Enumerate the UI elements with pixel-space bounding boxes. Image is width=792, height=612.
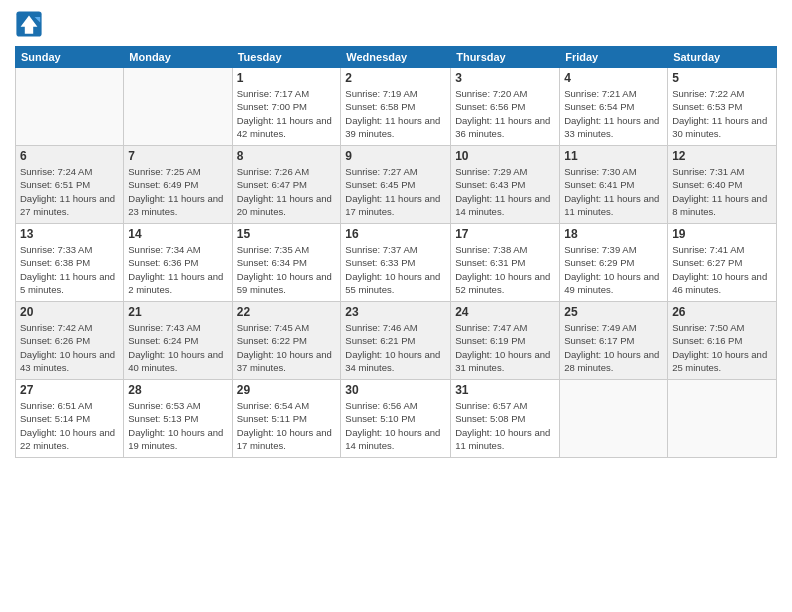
week-row-4: 20Sunrise: 7:42 AM Sunset: 6:26 PM Dayli… [16,302,777,380]
day-info: Sunrise: 7:50 AM Sunset: 6:16 PM Dayligh… [672,321,772,374]
day-info: Sunrise: 7:17 AM Sunset: 7:00 PM Dayligh… [237,87,337,140]
calendar-cell: 2Sunrise: 7:19 AM Sunset: 6:58 PM Daylig… [341,68,451,146]
calendar-cell: 28Sunrise: 6:53 AM Sunset: 5:13 PM Dayli… [124,380,232,458]
day-info: Sunrise: 6:51 AM Sunset: 5:14 PM Dayligh… [20,399,119,452]
calendar-cell: 27Sunrise: 6:51 AM Sunset: 5:14 PM Dayli… [16,380,124,458]
day-number: 11 [564,149,663,163]
calendar-cell: 19Sunrise: 7:41 AM Sunset: 6:27 PM Dayli… [668,224,777,302]
day-number: 20 [20,305,119,319]
calendar-cell: 5Sunrise: 7:22 AM Sunset: 6:53 PM Daylig… [668,68,777,146]
day-info: Sunrise: 7:38 AM Sunset: 6:31 PM Dayligh… [455,243,555,296]
day-number: 7 [128,149,227,163]
col-header-saturday: Saturday [668,47,777,68]
day-info: Sunrise: 7:46 AM Sunset: 6:21 PM Dayligh… [345,321,446,374]
day-info: Sunrise: 6:54 AM Sunset: 5:11 PM Dayligh… [237,399,337,452]
calendar-cell: 21Sunrise: 7:43 AM Sunset: 6:24 PM Dayli… [124,302,232,380]
calendar: SundayMondayTuesdayWednesdayThursdayFrid… [15,46,777,458]
week-row-3: 13Sunrise: 7:33 AM Sunset: 6:38 PM Dayli… [16,224,777,302]
calendar-cell: 7Sunrise: 7:25 AM Sunset: 6:49 PM Daylig… [124,146,232,224]
day-number: 27 [20,383,119,397]
calendar-cell: 8Sunrise: 7:26 AM Sunset: 6:47 PM Daylig… [232,146,341,224]
day-info: Sunrise: 7:30 AM Sunset: 6:41 PM Dayligh… [564,165,663,218]
day-number: 1 [237,71,337,85]
day-number: 25 [564,305,663,319]
day-info: Sunrise: 7:45 AM Sunset: 6:22 PM Dayligh… [237,321,337,374]
day-number: 28 [128,383,227,397]
day-info: Sunrise: 7:34 AM Sunset: 6:36 PM Dayligh… [128,243,227,296]
day-number: 30 [345,383,446,397]
day-info: Sunrise: 7:43 AM Sunset: 6:24 PM Dayligh… [128,321,227,374]
day-number: 3 [455,71,555,85]
day-number: 15 [237,227,337,241]
calendar-cell: 18Sunrise: 7:39 AM Sunset: 6:29 PM Dayli… [560,224,668,302]
day-number: 5 [672,71,772,85]
day-info: Sunrise: 7:41 AM Sunset: 6:27 PM Dayligh… [672,243,772,296]
day-number: 10 [455,149,555,163]
day-number: 13 [20,227,119,241]
week-row-5: 27Sunrise: 6:51 AM Sunset: 5:14 PM Dayli… [16,380,777,458]
day-info: Sunrise: 6:53 AM Sunset: 5:13 PM Dayligh… [128,399,227,452]
calendar-cell: 20Sunrise: 7:42 AM Sunset: 6:26 PM Dayli… [16,302,124,380]
col-header-tuesday: Tuesday [232,47,341,68]
day-info: Sunrise: 6:57 AM Sunset: 5:08 PM Dayligh… [455,399,555,452]
day-number: 26 [672,305,772,319]
day-info: Sunrise: 7:29 AM Sunset: 6:43 PM Dayligh… [455,165,555,218]
col-header-sunday: Sunday [16,47,124,68]
page-container: SundayMondayTuesdayWednesdayThursdayFrid… [0,0,792,468]
calendar-cell: 12Sunrise: 7:31 AM Sunset: 6:40 PM Dayli… [668,146,777,224]
day-number: 21 [128,305,227,319]
day-number: 23 [345,305,446,319]
day-info: Sunrise: 7:20 AM Sunset: 6:56 PM Dayligh… [455,87,555,140]
day-info: Sunrise: 7:22 AM Sunset: 6:53 PM Dayligh… [672,87,772,140]
calendar-cell: 14Sunrise: 7:34 AM Sunset: 6:36 PM Dayli… [124,224,232,302]
day-info: Sunrise: 7:19 AM Sunset: 6:58 PM Dayligh… [345,87,446,140]
day-number: 17 [455,227,555,241]
day-number: 9 [345,149,446,163]
col-header-thursday: Thursday [451,47,560,68]
calendar-cell [16,68,124,146]
logo [15,10,45,38]
day-number: 19 [672,227,772,241]
calendar-cell: 31Sunrise: 6:57 AM Sunset: 5:08 PM Dayli… [451,380,560,458]
day-number: 12 [672,149,772,163]
day-info: Sunrise: 7:35 AM Sunset: 6:34 PM Dayligh… [237,243,337,296]
calendar-cell: 6Sunrise: 7:24 AM Sunset: 6:51 PM Daylig… [16,146,124,224]
week-row-2: 6Sunrise: 7:24 AM Sunset: 6:51 PM Daylig… [16,146,777,224]
calendar-cell: 3Sunrise: 7:20 AM Sunset: 6:56 PM Daylig… [451,68,560,146]
day-info: Sunrise: 7:26 AM Sunset: 6:47 PM Dayligh… [237,165,337,218]
day-info: Sunrise: 7:37 AM Sunset: 6:33 PM Dayligh… [345,243,446,296]
calendar-cell: 22Sunrise: 7:45 AM Sunset: 6:22 PM Dayli… [232,302,341,380]
calendar-cell: 23Sunrise: 7:46 AM Sunset: 6:21 PM Dayli… [341,302,451,380]
day-number: 16 [345,227,446,241]
day-number: 2 [345,71,446,85]
day-info: Sunrise: 7:31 AM Sunset: 6:40 PM Dayligh… [672,165,772,218]
calendar-cell: 9Sunrise: 7:27 AM Sunset: 6:45 PM Daylig… [341,146,451,224]
calendar-cell: 25Sunrise: 7:49 AM Sunset: 6:17 PM Dayli… [560,302,668,380]
week-row-1: 1Sunrise: 7:17 AM Sunset: 7:00 PM Daylig… [16,68,777,146]
calendar-cell: 26Sunrise: 7:50 AM Sunset: 6:16 PM Dayli… [668,302,777,380]
day-number: 14 [128,227,227,241]
day-number: 22 [237,305,337,319]
calendar-cell: 10Sunrise: 7:29 AM Sunset: 6:43 PM Dayli… [451,146,560,224]
calendar-cell: 15Sunrise: 7:35 AM Sunset: 6:34 PM Dayli… [232,224,341,302]
col-header-wednesday: Wednesday [341,47,451,68]
day-number: 8 [237,149,337,163]
calendar-cell: 29Sunrise: 6:54 AM Sunset: 5:11 PM Dayli… [232,380,341,458]
calendar-cell: 16Sunrise: 7:37 AM Sunset: 6:33 PM Dayli… [341,224,451,302]
calendar-cell: 13Sunrise: 7:33 AM Sunset: 6:38 PM Dayli… [16,224,124,302]
header [15,10,777,38]
calendar-cell [124,68,232,146]
calendar-header-row: SundayMondayTuesdayWednesdayThursdayFrid… [16,47,777,68]
day-info: Sunrise: 7:27 AM Sunset: 6:45 PM Dayligh… [345,165,446,218]
day-number: 18 [564,227,663,241]
day-info: Sunrise: 7:33 AM Sunset: 6:38 PM Dayligh… [20,243,119,296]
col-header-monday: Monday [124,47,232,68]
day-info: Sunrise: 7:39 AM Sunset: 6:29 PM Dayligh… [564,243,663,296]
day-info: Sunrise: 7:42 AM Sunset: 6:26 PM Dayligh… [20,321,119,374]
logo-icon [15,10,43,38]
calendar-cell: 4Sunrise: 7:21 AM Sunset: 6:54 PM Daylig… [560,68,668,146]
calendar-cell: 11Sunrise: 7:30 AM Sunset: 6:41 PM Dayli… [560,146,668,224]
day-info: Sunrise: 7:47 AM Sunset: 6:19 PM Dayligh… [455,321,555,374]
day-info: Sunrise: 7:25 AM Sunset: 6:49 PM Dayligh… [128,165,227,218]
day-info: Sunrise: 7:21 AM Sunset: 6:54 PM Dayligh… [564,87,663,140]
